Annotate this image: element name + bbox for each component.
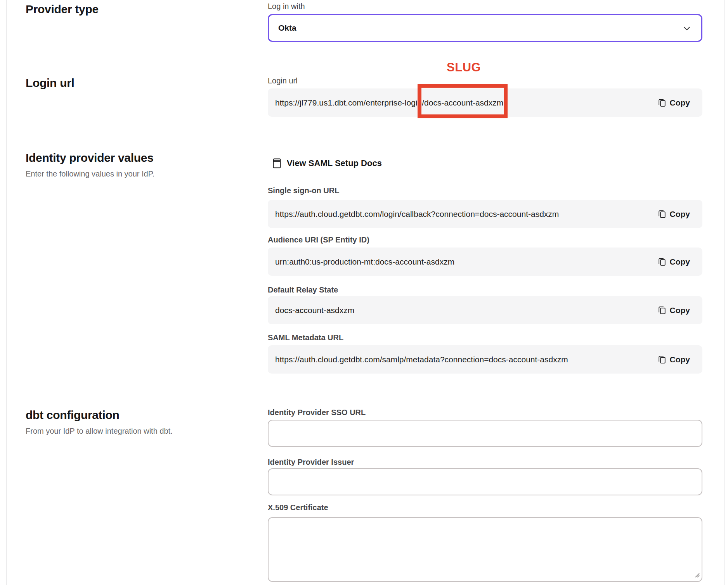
login-url-prefix: https://jl779.us1.dbt.com/enterprise-log… — [275, 98, 424, 107]
saml-metadata-field: https://auth.cloud.getdbt.com/samlp/meta… — [268, 345, 702, 374]
login-url-slug: docs-account-asdxzmSLUG — [424, 98, 503, 107]
provider-type-heading: Provider type — [26, 3, 99, 16]
relay-state-value: docs-account-asdxzm — [275, 306, 658, 315]
idp-sso-url-label: Identity Provider SSO URL — [268, 408, 366, 417]
sso-url-label: Single sign-on URL — [268, 186, 339, 195]
copy-button-label: Copy — [670, 355, 690, 364]
audience-uri-value: urn:auth0:us-production-mt:docs-account-… — [275, 257, 658, 267]
login-url-field: https://jl779.us1.dbt.com/enterprise-log… — [268, 88, 702, 117]
copy-button-label: Copy — [670, 306, 690, 315]
dbt-configuration-subheading: From your IdP to allow integration with … — [26, 427, 173, 436]
copy-button-label: Copy — [670, 98, 690, 107]
provider-selected-value: Okta — [278, 23, 296, 33]
relay-state-field: docs-account-asdxzm Copy — [268, 296, 702, 324]
copy-icon — [658, 210, 666, 218]
copy-icon — [658, 99, 666, 107]
saml-metadata-value: https://auth.cloud.getdbt.com/samlp/meta… — [275, 355, 658, 364]
copy-icon — [658, 306, 666, 315]
idp-sso-url-input[interactable] — [268, 420, 702, 447]
copy-icon — [658, 258, 666, 266]
x509-certificate-textarea[interactable] — [268, 517, 702, 582]
slug-annotation-label: SLUG — [447, 61, 481, 74]
sso-url-value: https://auth.cloud.getdbt.com/login/call… — [275, 209, 658, 219]
provider-select[interactable]: Okta — [268, 14, 702, 42]
dbt-configuration-heading: dbt configuration — [26, 408, 120, 422]
audience-uri-label: Audience URI (SP Entity ID) — [268, 235, 369, 244]
copy-sso-url-button[interactable]: Copy — [658, 209, 690, 219]
identity-values-heading: Identity provider values — [26, 151, 154, 164]
copy-login-url-button[interactable]: Copy — [658, 98, 690, 107]
audience-uri-field: urn:auth0:us-production-mt:docs-account-… — [268, 248, 702, 276]
idp-issuer-label: Identity Provider Issuer — [268, 458, 354, 467]
panel-right-border — [724, 0, 725, 585]
identity-values-subheading: Enter the following values in your IdP. — [26, 170, 154, 178]
copy-saml-metadata-button[interactable]: Copy — [658, 355, 690, 364]
saml-metadata-label: SAML Metadata URL — [268, 333, 343, 342]
panel-left-border — [6, 0, 7, 585]
chevron-down-icon — [683, 23, 690, 33]
login-url-label: Login url — [268, 76, 298, 85]
view-saml-docs-link[interactable]: View SAML Setup Docs — [273, 158, 382, 168]
idp-issuer-input[interactable] — [268, 468, 702, 495]
slug-highlight-box — [418, 84, 508, 118]
login-url-heading: Login url — [26, 76, 75, 90]
x509-certificate-field — [268, 517, 702, 582]
sso-settings-page: Provider type Log in with Okta Login url… — [0, 0, 728, 585]
copy-relay-state-button[interactable]: Copy — [658, 306, 690, 315]
x509-certificate-label: X.509 Certificate — [268, 503, 328, 512]
copy-button-label: Copy — [670, 209, 690, 219]
login-url-value: https://jl779.us1.dbt.com/enterprise-log… — [275, 98, 658, 107]
book-icon — [273, 158, 281, 168]
view-saml-docs-label: View SAML Setup Docs — [287, 158, 382, 168]
copy-audience-uri-button[interactable]: Copy — [658, 257, 690, 267]
copy-icon — [658, 355, 666, 364]
log-in-with-label: Log in with — [268, 2, 305, 11]
resize-handle-icon[interactable] — [694, 572, 700, 579]
sso-url-field: https://auth.cloud.getdbt.com/login/call… — [268, 200, 702, 228]
copy-button-label: Copy — [670, 257, 690, 267]
relay-state-label: Default Relay State — [268, 286, 338, 294]
